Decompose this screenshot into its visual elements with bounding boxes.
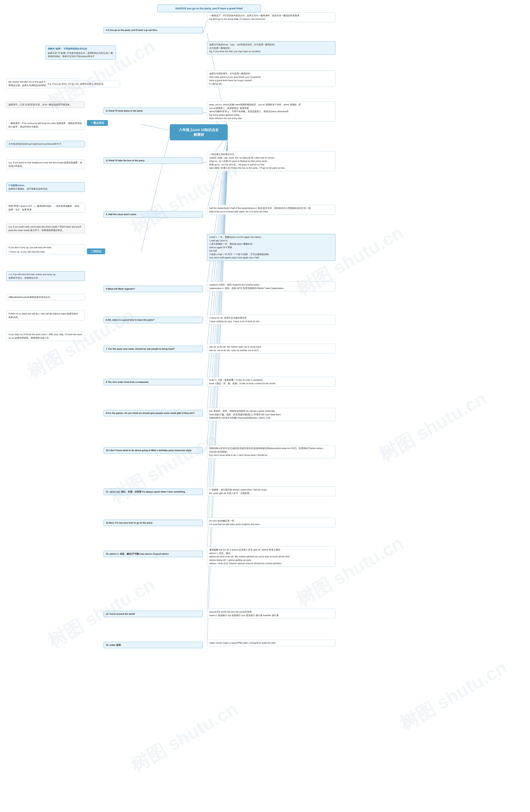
help-me-node: If you help me,I'll finish the work soon… [6, 331, 85, 341]
page-title: Unit10.If you go to the party, you'll ha… [157, 4, 261, 12]
item-1-sub-1: 一般情况下，if引导的条件状语从句，如果主句与一般将来时，状语与另一般现在时表将… [207, 12, 335, 22]
future-tense-node: 一般将来时：if he comes,he will bring his viol… [6, 120, 85, 130]
item-2-label: 2.I think I'll wear jeans to the party [103, 108, 203, 114]
hurry-example: If you don't hurry up, you will miss the… [6, 244, 85, 255]
svg-line-0 [141, 124, 170, 130]
example-2: e.g. If you want to lose weight,you must… [6, 159, 85, 169]
item-12-sub: be sure (that)确定某一些... I'm sure that he … [207, 518, 335, 527]
fish-die-node: If there is no water,fish will die.= fis… [6, 310, 85, 320]
item-7-sub: ask sb. to do sth. My mother asks me to … [207, 344, 335, 353]
item-11-sub: v. 使烦恼，使心情沮丧 always upset when I fail th… [207, 487, 335, 496]
item-4-sub-1: half the students(名) /half of the studen… [207, 205, 335, 215]
watermark-4: 树图 shutu.cn [105, 427, 222, 509]
section2-label: 二知识点 [87, 248, 105, 254]
svg-line-10 [207, 147, 228, 411]
item-15-label: 15. make 短语: [103, 642, 203, 648]
section1-label: 一重点语法 [87, 120, 108, 126]
svg-line-11 [207, 149, 228, 448]
item-5-label: 5.What will Mark organize? [103, 286, 203, 292]
item-14-sub: around the world=all over the world全世界 t… [207, 609, 335, 619]
item-12-label: 12.Also, I'm not sure how to go to the p… [103, 520, 203, 526]
item-1-sub-2: 如果主句包括must、may、can等情态动词，从句也用一般现在时。 从句也用一… [207, 41, 335, 55]
example-1: e.g. If you go there, I'm go, too. 如果你去那… [45, 81, 120, 87]
item-13-label: 13. advice n. 忠告、建议(不可数) two pieces of g… [103, 551, 203, 557]
item-4-label: 4. Half the class won't come. [103, 211, 203, 218]
item-7-label: 7. For the party next week, should we as… [103, 346, 203, 352]
modal-node: 主句包含情态动词may/might/can/must/should等句子。 [6, 141, 85, 147]
unless-note: 结构:'即使'+and/or+句子（一般将来时结构），'没有'的来源解析，词语:… [6, 203, 85, 213]
watermark-10: 树图 shutu.cn [395, 655, 512, 737]
work-hard-example: e.g. If you work hard, you'll pass the e… [6, 223, 85, 233]
item-3-sub: 一到交通工具的表达方法 (1)说法 (walk, ride, drive, fl… [207, 151, 335, 171]
watermark-6: 树图 shutu.cn [126, 696, 242, 778]
item-4-sub-2: 3.half n. 一半，复数halves cut the apple into… [207, 234, 335, 261]
watermark-8: 树图 shutu.cn [374, 386, 491, 468]
virtual-grammar: 虚拟语气：口语 主语/宾语/主语，从句一般或虚拟语气情况来。 [6, 101, 85, 108]
miss-train-box: = r1 You will miss the train unless you … [6, 271, 85, 281]
item-11-label: 11. upset adj. 难过、失望、沮丧等 I'm always upse… [103, 489, 203, 495]
item-9-sub: win 形容词、批评、游戏等动词获胜 He will win a great y… [207, 408, 335, 421]
item-1-sub-3: 如果主句用祈使句，从句也用一般现在时 Don't play games If y… [207, 70, 335, 87]
item-6-label: 6.OK, when is a good time to have the pa… [103, 317, 203, 323]
item-15-sub: make money make a noise/声响 make a living… [207, 640, 335, 646]
item-10-label: 10.I don't know what to do about going t… [103, 447, 203, 454]
item-5-sub: organize v.组织、组织 organize the surprise p… [207, 281, 335, 291]
svg-line-5 [207, 137, 228, 209]
item-2-sub: wear, put on, dress(及物) wear强调穿着的状态，put … [207, 101, 335, 121]
item-1-label: 1.If you go to the party, you'll have a … [103, 27, 203, 33]
svg-line-16 [207, 159, 228, 643]
item-10-sub: 特殊结构+(定语不定式)做到宾语或宾语补足语的特殊疑问词(what,which,… [207, 445, 335, 459]
item-9-label: 9.For the games, do you think we should … [103, 410, 203, 416]
item-6-sub: n./pron+to do, 动词不定式做后置定语 I have nothing… [207, 315, 335, 324]
item-13-sub: 邀请提醒 ask for sb.'s advice 征求某人意见 give sb… [207, 547, 335, 567]
without-node: 词联with/without/with来陈述条件状语从句。 [6, 294, 85, 301]
unless-title: 3 与连词unless 如果你不遵循此，适不善要去这种活动。 [6, 182, 85, 192]
item-3-label: 3.I think I'll take the bus to the party… [103, 157, 203, 164]
item-8-label: 8. No, let's order food from a restauran… [103, 379, 203, 385]
svg-line-17 [203, 21, 207, 33]
grammar-intro-node: 结构为"如果"，引导条件状语从句/让步 如果主语"与"如果",引导条件状语从句，… [45, 46, 116, 60]
item-8-sub: order v. 点菜（某套套餐）I'd like to order a san… [207, 377, 335, 387]
center-title: 八年级上Unit 10知识点全 解素材 [170, 124, 228, 140]
watermark-9: 树图 shutu.cn [291, 531, 408, 613]
svg-line-1 [141, 134, 170, 252]
item-14-label: 14. travel around the world [103, 611, 203, 617]
